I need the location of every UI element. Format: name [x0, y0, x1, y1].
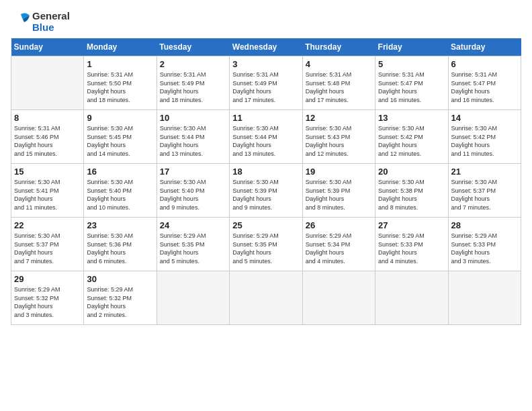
calendar-cell: 4 Sunrise: 5:31 AM Sunset: 5:48 PM Dayli…: [302, 56, 375, 110]
calendar-cell: [448, 271, 521, 325]
day-info: Sunrise: 5:30 AM Sunset: 5:41 PM Dayligh…: [14, 178, 81, 212]
calendar-cell: 24 Sunrise: 5:29 AM Sunset: 5:35 PM Dayl…: [157, 218, 229, 271]
day-info: Sunrise: 5:30 AM Sunset: 5:40 PM Dayligh…: [87, 178, 153, 212]
day-number: 16: [87, 167, 153, 177]
calendar-week-row: 8 Sunrise: 5:31 AM Sunset: 5:46 PM Dayli…: [11, 110, 521, 164]
calendar-cell: 12 Sunrise: 5:30 AM Sunset: 5:43 PM Dayl…: [302, 110, 375, 164]
calendar-cell: 1 Sunrise: 5:31 AM Sunset: 5:50 PM Dayli…: [84, 56, 157, 110]
calendar-cell: 28 Sunrise: 5:29 AM Sunset: 5:33 PM Dayl…: [448, 218, 521, 271]
calendar-cell: 2 Sunrise: 5:31 AM Sunset: 5:49 PM Dayli…: [157, 56, 229, 110]
day-number: 15: [14, 167, 81, 177]
header-monday: Monday: [84, 38, 157, 56]
day-number: 27: [378, 220, 445, 230]
header-sunday: Sunday: [11, 38, 84, 56]
day-number: 24: [160, 220, 226, 230]
day-info: Sunrise: 5:29 AM Sunset: 5:32 PM Dayligh…: [14, 285, 81, 319]
day-info: Sunrise: 5:29 AM Sunset: 5:34 PM Dayligh…: [306, 232, 372, 265]
day-info: Sunrise: 5:31 AM Sunset: 5:48 PM Dayligh…: [306, 71, 372, 104]
day-number: 6: [451, 59, 518, 69]
calendar-cell: [230, 271, 302, 325]
day-info: Sunrise: 5:31 AM Sunset: 5:46 PM Dayligh…: [14, 124, 81, 158]
calendar-header-row: SundayMondayTuesdayWednesdayThursdayFrid…: [11, 38, 521, 56]
calendar-cell: [302, 271, 375, 325]
day-number: 21: [451, 167, 518, 177]
calendar-cell: 8 Sunrise: 5:31 AM Sunset: 5:46 PM Dayli…: [11, 110, 84, 164]
calendar-cell: [157, 271, 229, 325]
day-number: 5: [378, 59, 445, 69]
day-number: 14: [451, 113, 518, 123]
day-number: 22: [14, 220, 81, 230]
day-info: Sunrise: 5:29 AM Sunset: 5:35 PM Dayligh…: [160, 232, 226, 265]
day-info: Sunrise: 5:30 AM Sunset: 5:44 PM Dayligh…: [232, 124, 299, 158]
day-number: 12: [306, 113, 372, 123]
logo-text-general: General: [32, 10, 70, 21]
calendar-cell: 3 Sunrise: 5:31 AM Sunset: 5:49 PM Dayli…: [230, 56, 302, 110]
calendar-cell: 18 Sunrise: 5:30 AM Sunset: 5:39 PM Dayl…: [230, 164, 302, 218]
day-number: 10: [160, 113, 226, 123]
day-info: Sunrise: 5:30 AM Sunset: 5:44 PM Dayligh…: [160, 124, 226, 158]
day-info: Sunrise: 5:30 AM Sunset: 5:43 PM Dayligh…: [306, 124, 372, 158]
header-thursday: Thursday: [302, 38, 375, 56]
day-info: Sunrise: 5:29 AM Sunset: 5:35 PM Dayligh…: [232, 232, 299, 265]
day-info: Sunrise: 5:31 AM Sunset: 5:49 PM Dayligh…: [160, 71, 226, 104]
header-saturday: Saturday: [448, 38, 521, 56]
calendar-cell: 10 Sunrise: 5:30 AM Sunset: 5:44 PM Dayl…: [157, 110, 229, 164]
day-number: 20: [378, 167, 445, 177]
day-number: 19: [306, 167, 372, 177]
day-number: 11: [232, 113, 299, 123]
calendar-cell: 25 Sunrise: 5:29 AM Sunset: 5:35 PM Dayl…: [230, 218, 302, 271]
day-info: Sunrise: 5:29 AM Sunset: 5:32 PM Dayligh…: [87, 285, 153, 319]
header-tuesday: Tuesday: [157, 38, 229, 56]
day-info: Sunrise: 5:31 AM Sunset: 5:50 PM Dayligh…: [87, 71, 153, 104]
day-info: Sunrise: 5:30 AM Sunset: 5:45 PM Dayligh…: [87, 124, 153, 158]
day-number: 13: [378, 113, 445, 123]
day-number: 30: [87, 274, 153, 284]
calendar-cell: 5 Sunrise: 5:31 AM Sunset: 5:47 PM Dayli…: [375, 56, 448, 110]
calendar-cell: [375, 271, 448, 325]
day-info: Sunrise: 5:29 AM Sunset: 5:33 PM Dayligh…: [378, 232, 445, 265]
day-info: Sunrise: 5:30 AM Sunset: 5:42 PM Dayligh…: [451, 124, 518, 158]
day-number: 23: [87, 220, 153, 230]
logo-bird-icon: [11, 11, 31, 33]
day-info: Sunrise: 5:30 AM Sunset: 5:40 PM Dayligh…: [160, 178, 226, 212]
calendar-cell: 29 Sunrise: 5:29 AM Sunset: 5:32 PM Dayl…: [11, 271, 84, 325]
calendar-cell: 13 Sunrise: 5:30 AM Sunset: 5:42 PM Dayl…: [375, 110, 448, 164]
day-number: 29: [14, 274, 81, 284]
calendar-cell: 19 Sunrise: 5:30 AM Sunset: 5:39 PM Dayl…: [302, 164, 375, 218]
day-info: Sunrise: 5:30 AM Sunset: 5:38 PM Dayligh…: [378, 178, 445, 212]
day-info: Sunrise: 5:30 AM Sunset: 5:42 PM Dayligh…: [378, 124, 445, 158]
calendar-cell: 26 Sunrise: 5:29 AM Sunset: 5:34 PM Dayl…: [302, 218, 375, 271]
day-info: Sunrise: 5:30 AM Sunset: 5:37 PM Dayligh…: [451, 178, 518, 212]
day-info: Sunrise: 5:30 AM Sunset: 5:39 PM Dayligh…: [306, 178, 372, 212]
logo: General Blue: [11, 11, 70, 33]
calendar-cell: 20 Sunrise: 5:30 AM Sunset: 5:38 PM Dayl…: [375, 164, 448, 218]
calendar-week-row: 1 Sunrise: 5:31 AM Sunset: 5:50 PM Dayli…: [11, 56, 521, 110]
calendar-cell: 6 Sunrise: 5:31 AM Sunset: 5:47 PM Dayli…: [448, 56, 521, 110]
day-number: 2: [160, 59, 226, 69]
calendar-week-row: 22 Sunrise: 5:30 AM Sunset: 5:37 PM Dayl…: [11, 218, 521, 271]
logo-container: General Blue: [11, 11, 70, 33]
day-info: Sunrise: 5:30 AM Sunset: 5:36 PM Dayligh…: [87, 232, 153, 265]
calendar-cell: 23 Sunrise: 5:30 AM Sunset: 5:36 PM Dayl…: [84, 218, 157, 271]
calendar-cell: 15 Sunrise: 5:30 AM Sunset: 5:41 PM Dayl…: [11, 164, 84, 218]
calendar-cell: 30 Sunrise: 5:29 AM Sunset: 5:32 PM Dayl…: [84, 271, 157, 325]
calendar-table: SundayMondayTuesdayWednesdayThursdayFrid…: [11, 38, 521, 325]
day-number: 9: [87, 113, 153, 123]
page-header: General Blue: [11, 11, 521, 33]
day-number: 4: [306, 59, 372, 69]
calendar-cell: [11, 56, 84, 110]
logo-text-blue: Blue: [32, 21, 54, 33]
day-info: Sunrise: 5:29 AM Sunset: 5:33 PM Dayligh…: [451, 232, 518, 265]
day-number: 17: [160, 167, 226, 177]
day-info: Sunrise: 5:31 AM Sunset: 5:49 PM Dayligh…: [232, 71, 299, 104]
calendar-cell: 9 Sunrise: 5:30 AM Sunset: 5:45 PM Dayli…: [84, 110, 157, 164]
day-number: 18: [232, 167, 299, 177]
day-number: 3: [232, 59, 299, 69]
calendar-week-row: 15 Sunrise: 5:30 AM Sunset: 5:41 PM Dayl…: [11, 164, 521, 218]
day-number: 28: [451, 220, 518, 230]
calendar-cell: 17 Sunrise: 5:30 AM Sunset: 5:40 PM Dayl…: [157, 164, 229, 218]
calendar-week-row: 29 Sunrise: 5:29 AM Sunset: 5:32 PM Dayl…: [11, 271, 521, 325]
calendar-cell: 22 Sunrise: 5:30 AM Sunset: 5:37 PM Dayl…: [11, 218, 84, 271]
calendar-cell: 21 Sunrise: 5:30 AM Sunset: 5:37 PM Dayl…: [448, 164, 521, 218]
day-info: Sunrise: 5:30 AM Sunset: 5:37 PM Dayligh…: [14, 232, 81, 265]
